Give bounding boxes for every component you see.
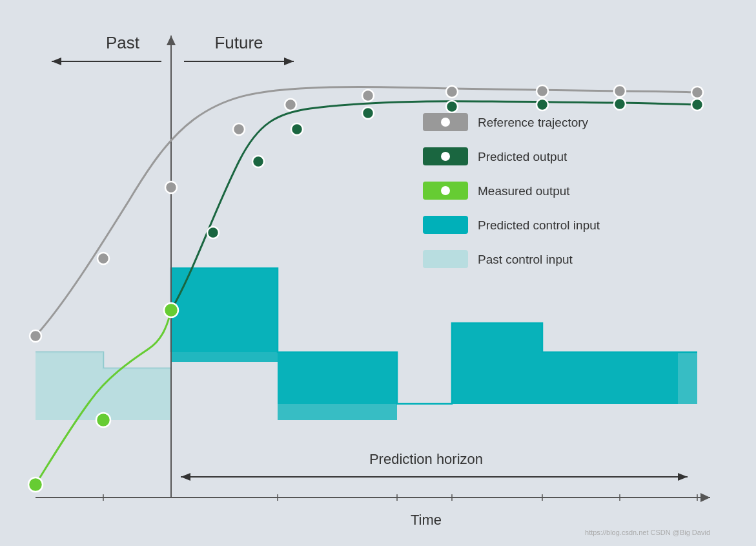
svg-point-30 [285, 99, 296, 110]
past-label: Past [106, 33, 140, 52]
svg-point-41 [446, 101, 458, 112]
svg-rect-61 [423, 216, 468, 234]
svg-point-44 [691, 99, 703, 110]
prediction-horizon-label: Prediction horizon [369, 451, 483, 467]
svg-point-45 [28, 478, 43, 492]
legend-label-predicted-control: Predicted control input [478, 218, 600, 232]
svg-point-43 [614, 98, 626, 110]
svg-point-32 [446, 86, 458, 98]
svg-point-40 [362, 107, 374, 119]
svg-marker-12 [278, 352, 397, 420]
svg-point-46 [96, 413, 110, 427]
svg-marker-14 [542, 352, 697, 404]
future-label: Future [214, 33, 263, 52]
svg-point-35 [691, 87, 703, 98]
legend-label-predicted-output: Predicted output [478, 150, 567, 163]
svg-point-28 [165, 182, 177, 193]
svg-point-29 [233, 123, 245, 135]
svg-point-47 [164, 303, 178, 317]
svg-rect-9 [36, 352, 103, 420]
svg-point-27 [97, 253, 109, 264]
svg-marker-13 [452, 323, 542, 404]
svg-point-56 [441, 118, 450, 127]
chart-container: Past Future Time Prediction horizon Refe… [0, 0, 756, 546]
svg-point-39 [291, 123, 303, 135]
svg-rect-4 [171, 352, 278, 362]
svg-point-31 [362, 90, 374, 101]
svg-point-42 [536, 99, 548, 110]
svg-rect-62 [423, 250, 468, 268]
watermark-text: https://blog.csdn.net CSDN @Big David [585, 529, 710, 536]
legend-label-past-control: Past control input [478, 253, 573, 266]
svg-point-26 [30, 330, 41, 342]
svg-point-37 [207, 227, 219, 238]
legend-label-reference: Reference trajectory [478, 116, 589, 129]
legend-label-measured-output: Measured output [478, 184, 570, 198]
svg-point-34 [614, 85, 626, 97]
svg-point-58 [441, 152, 450, 161]
svg-point-33 [536, 85, 548, 97]
time-label: Time [411, 512, 442, 528]
svg-point-38 [252, 156, 264, 167]
svg-point-60 [441, 186, 450, 195]
